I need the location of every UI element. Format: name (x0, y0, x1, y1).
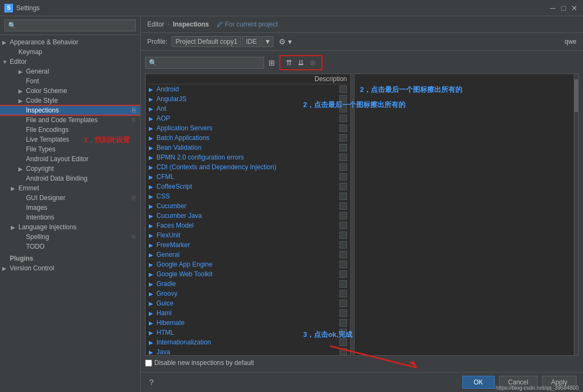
list-item[interactable]: ▶ AngularJS (146, 94, 350, 104)
item-checkbox[interactable] (339, 183, 347, 190)
sidebar-item-editor[interactable]: ▼ Editor (0, 57, 140, 67)
item-checkbox[interactable] (339, 261, 347, 268)
sidebar-item-android-data-binding[interactable]: Android Data Binding (0, 174, 140, 183)
spelling-icon[interactable]: ⎘ (132, 234, 136, 240)
sidebar-item-language-injections[interactable]: ▶ Language Injections (0, 222, 140, 232)
item-checkbox[interactable] (339, 163, 347, 171)
list-item[interactable]: ▶ FreeMarker (146, 240, 350, 250)
sidebar-item-plugins[interactable]: Plugins (0, 254, 140, 263)
sidebar-item-code-style[interactable]: ▶ Code Style (0, 96, 140, 105)
item-checkbox[interactable] (339, 329, 347, 336)
sidebar-item-gui-designer[interactable]: GUI Designer ⎘ (0, 193, 140, 203)
item-checkbox[interactable] (339, 290, 347, 297)
sidebar-item-file-encodings[interactable]: File Encodings (0, 125, 140, 135)
filter-button[interactable]: ⊞ (266, 57, 277, 68)
list-item[interactable]: ▶ Google App Engine (146, 260, 350, 269)
sidebar-item-android-layout-editor[interactable]: Android Layout Editor (0, 154, 140, 164)
filter-search-input[interactable] (145, 57, 264, 69)
file-code-templates-icon[interactable]: ⎘ (132, 117, 136, 123)
list-item[interactable]: ▶ Application Servers (146, 123, 350, 133)
profile-ide-label[interactable]: IDE (242, 36, 260, 47)
list-item[interactable]: ▶ CDI (Contexts and Dependency Injection… (146, 162, 350, 172)
item-checkbox[interactable] (339, 144, 347, 151)
item-checkbox[interactable] (339, 124, 347, 132)
sidebar-item-intentions[interactable]: Intentions (0, 212, 140, 222)
list-item[interactable]: ▶ Guice (146, 298, 350, 308)
item-checkbox[interactable] (339, 154, 347, 161)
item-checkbox[interactable] (339, 134, 347, 142)
sidebar-search-input[interactable] (4, 19, 136, 31)
list-item[interactable]: ▶ CFML (146, 172, 350, 182)
profile-dropdown-button[interactable]: ▼ (261, 36, 273, 47)
item-checkbox[interactable] (339, 105, 347, 112)
minimize-button[interactable]: ─ (548, 4, 557, 12)
item-checkbox[interactable] (339, 338, 347, 346)
item-checkbox[interactable] (339, 173, 347, 181)
item-checkbox[interactable] (339, 270, 347, 278)
sidebar-item-inspections[interactable]: Inspections ⎘ (0, 105, 140, 115)
list-item[interactable]: ▶ Android (146, 84, 350, 94)
item-checkbox[interactable] (339, 319, 347, 327)
item-checkbox[interactable] (339, 348, 347, 356)
inspections-copy-icon[interactable]: ⎘ (132, 107, 136, 114)
sidebar-item-emmet[interactable]: ▶ Emmet (0, 183, 140, 193)
disable-inspections-checkbox[interactable] (145, 360, 152, 367)
scrollbar-thumb[interactable] (574, 79, 579, 112)
list-item[interactable]: ▶ AOP (146, 114, 350, 123)
list-item[interactable]: ▶ Faces Model (146, 221, 350, 230)
sidebar-item-version-control[interactable]: ▶ Version Control (0, 263, 140, 273)
list-item[interactable]: ▶ BPMN 2.0 configuration errors (146, 152, 350, 162)
item-checkbox[interactable] (339, 115, 347, 122)
clear-all-button[interactable]: ⊗ (307, 57, 318, 68)
list-item[interactable]: ▶ FlexUnit (146, 230, 350, 240)
ok-button[interactable]: OK (462, 376, 495, 389)
collapse-all-button[interactable]: ⇊ (296, 57, 306, 68)
list-item[interactable]: ▶ HTML (146, 328, 350, 337)
list-item[interactable]: ▶ Google Web Toolkit (146, 269, 350, 279)
cancel-button[interactable]: Cancel (499, 376, 538, 389)
sidebar-item-font[interactable]: Font (0, 76, 140, 86)
item-checkbox[interactable] (339, 300, 347, 307)
list-item[interactable]: ▶ Cucumber Java (146, 211, 350, 221)
sidebar-item-file-types[interactable]: File Types (0, 144, 140, 154)
sidebar-item-file-code-templates[interactable]: File and Code Templates ⎘ (0, 115, 140, 125)
apply-button[interactable]: Apply (542, 376, 577, 389)
sidebar-item-images[interactable]: Images (0, 203, 140, 212)
list-item[interactable]: ▶ Bean Validation (146, 143, 350, 152)
list-item[interactable]: ▶ Groovy (146, 289, 350, 298)
list-item[interactable]: ▶ CoffeeScript (146, 182, 350, 191)
profile-gear-button[interactable]: ⚙ ▾ (278, 36, 293, 47)
item-checkbox[interactable] (339, 309, 347, 317)
list-item[interactable]: ▶ Ant (146, 104, 350, 114)
item-checkbox[interactable] (339, 280, 347, 288)
list-item[interactable]: ▶ Internationalization (146, 337, 350, 347)
list-item[interactable]: ▶ Java (146, 347, 350, 356)
sidebar-item-spelling[interactable]: Spelling ⎘ (0, 232, 140, 242)
breadcrumb-project[interactable]: 🖉 For current project (217, 21, 278, 28)
sidebar-item-appearance[interactable]: ▶ Appearance & Behavior (0, 37, 140, 47)
item-checkbox[interactable] (339, 192, 347, 200)
scrollbar[interactable] (574, 74, 578, 355)
maximize-button[interactable]: □ (559, 4, 568, 12)
sidebar-item-color-scheme[interactable]: ▶ Color Scheme (0, 86, 140, 96)
list-item[interactable]: ▶ Hibernate (146, 318, 350, 328)
list-item[interactable]: ▶ Gradle (146, 279, 350, 289)
item-checkbox[interactable] (339, 202, 347, 210)
expand-all-button[interactable]: ⇈ (284, 57, 294, 68)
item-checkbox[interactable] (339, 251, 347, 258)
list-item[interactable]: ▶ CSS (146, 191, 350, 201)
sidebar-item-copyright[interactable]: ▶ Copyright (0, 164, 140, 174)
list-item[interactable]: ▶ Batch Applications (146, 133, 350, 143)
sidebar-item-todo[interactable]: TODO (0, 242, 140, 251)
sidebar-item-keymap[interactable]: Keymap (0, 47, 140, 57)
list-item[interactable]: ▶ Cucumber (146, 201, 350, 211)
item-checkbox[interactable] (339, 95, 347, 103)
sidebar-item-live-templates[interactable]: Live Templates (0, 135, 140, 144)
sidebar-item-general[interactable]: ▶ General (0, 67, 140, 76)
item-checkbox[interactable] (339, 85, 347, 93)
item-checkbox[interactable] (339, 241, 347, 249)
close-button[interactable]: ✕ (570, 4, 579, 12)
gui-designer-icon[interactable]: ⎘ (132, 195, 136, 201)
item-checkbox[interactable] (339, 222, 347, 229)
help-button[interactable]: ? (147, 376, 156, 389)
